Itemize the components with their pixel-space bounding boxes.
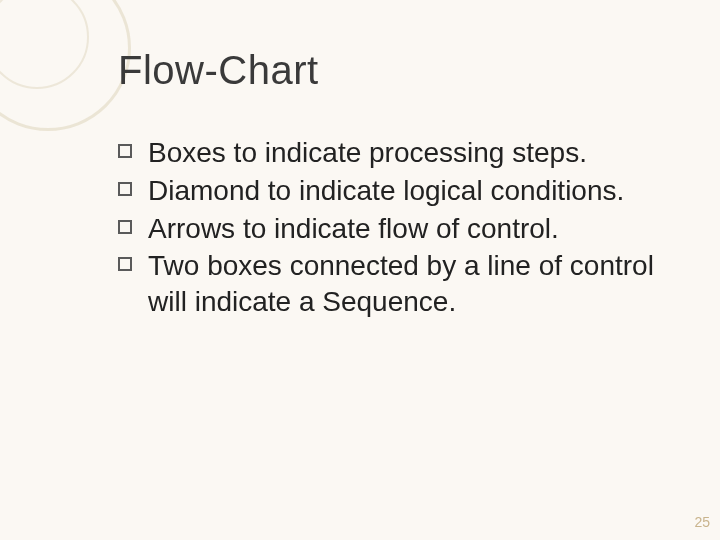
bullet-text: Arrows to indicate flow of control. — [148, 211, 668, 247]
list-item: Two boxes connected by a line of control… — [118, 248, 668, 320]
slide-title: Flow-Chart — [118, 48, 319, 93]
checkbox-bullet-icon — [118, 182, 132, 196]
bullet-text: Diamond to indicate logical conditions. — [148, 173, 668, 209]
bullet-text: Boxes to indicate processing steps. — [148, 135, 668, 171]
page-number: 25 — [694, 514, 710, 530]
checkbox-bullet-icon — [118, 144, 132, 158]
bullet-list: Boxes to indicate processing steps. Diam… — [118, 135, 668, 322]
checkbox-bullet-icon — [118, 220, 132, 234]
list-item: Diamond to indicate logical conditions. — [118, 173, 668, 209]
list-item: Boxes to indicate processing steps. — [118, 135, 668, 171]
bullet-text: Two boxes connected by a line of control… — [148, 248, 668, 320]
list-item: Arrows to indicate flow of control. — [118, 211, 668, 247]
checkbox-bullet-icon — [118, 257, 132, 271]
